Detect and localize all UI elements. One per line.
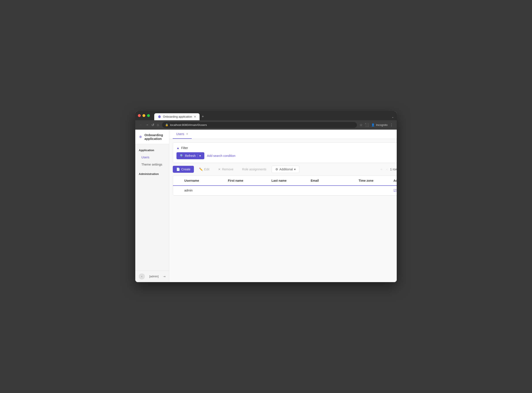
filter-title: Filter <box>181 146 188 150</box>
additional-button[interactable]: ⚙ Additional ▾ <box>272 166 300 173</box>
forward-btn[interactable]: → <box>145 123 149 127</box>
active-checkbox-icon: ☑ <box>394 188 396 193</box>
sidebar-collapse-btn[interactable]: ‹ <box>139 273 145 280</box>
lock-icon: 🔒 <box>165 123 168 126</box>
browser-tab-title: Onboarding application <box>163 115 192 118</box>
reload-btn[interactable]: ↺ <box>151 123 155 128</box>
refresh-dropdown-btn[interactable]: ▾ <box>197 154 201 157</box>
sidebar-footer: ‹ [admin] ⇥ <box>135 270 169 282</box>
refresh-button[interactable]: 🔍 Refresh ▾ <box>177 152 204 159</box>
add-search-label: Add search condition <box>207 154 236 157</box>
sidebar: Onboarding application Application Users… <box>135 130 169 282</box>
additional-dropdown-icon: ▾ <box>294 167 296 171</box>
remove-button[interactable]: ✕ Remove <box>215 166 237 173</box>
app-container: Onboarding application Application Users… <box>135 130 397 282</box>
row-checkbox <box>173 186 182 195</box>
filter-panel: ▲ Filter 🔍 Refresh ▾ Add search conditio… <box>173 142 397 163</box>
edit-label: Edit <box>204 167 209 171</box>
nav-buttons: ← → ↺ ⌂ <box>139 123 159 128</box>
incognito-text: Incognito <box>376 123 388 127</box>
sidebar-label-users: Users <box>141 156 149 159</box>
tab-favicon-icon <box>158 115 161 118</box>
create-label: Create <box>181 167 190 171</box>
address-actions: ☆ ⬛ 👤 Incognito ⋮ <box>360 123 393 127</box>
app-name: Onboarding application <box>144 133 166 141</box>
row-email <box>308 186 356 195</box>
table-header: Username First name Last name Email Time… <box>173 176 397 186</box>
first-page-btn[interactable]: « <box>379 167 384 172</box>
refresh-label: Refresh <box>185 154 196 157</box>
row-active: ☑ <box>391 186 397 195</box>
sidebar-item-users[interactable]: Users <box>136 154 168 161</box>
additional-label: Additional <box>280 167 293 171</box>
remove-icon: ✕ <box>218 167 221 171</box>
add-search-condition-link[interactable]: Add search condition <box>207 154 236 157</box>
toolbar: 📄 Create ✏️ Edit ✕ Remove Role assignmen… <box>173 166 397 173</box>
close-window-btn[interactable] <box>138 114 141 117</box>
chrome-bar: Onboarding application ✕ + ⌄ <box>135 111 397 120</box>
row-firstname <box>225 186 269 195</box>
table-row[interactable]: admin ☑ <box>173 186 397 195</box>
settings-icon: ⚙ <box>275 167 278 171</box>
row-username: admin <box>182 186 225 195</box>
collapse-icon: ‹ <box>141 275 142 278</box>
incognito-label: 👤 Incognito <box>371 123 388 127</box>
table-col-lastname: Last name <box>269 176 308 185</box>
tab-overflow-btn[interactable]: ⌄ <box>391 115 394 118</box>
pagination-area: « ‹ 1 row › » <box>379 167 397 172</box>
row-timezone <box>356 186 391 195</box>
table-col-username: Username <box>182 176 225 185</box>
back-btn[interactable]: ← <box>139 123 143 127</box>
close-tab-users-btn[interactable]: ✕ <box>186 133 188 136</box>
row-lastname <box>269 186 308 195</box>
chrome-menu-icon[interactable]: ⋮ <box>390 123 393 127</box>
sidebar-item-theme-settings[interactable]: Theme settings <box>136 161 168 168</box>
sidebar-logo: Onboarding application <box>135 130 169 144</box>
row-count-label: 1 row <box>390 167 397 171</box>
role-assignments-label: Role assignments <box>242 167 266 171</box>
content-area: ▲ Filter 🔍 Refresh ▾ Add search conditio… <box>169 139 397 282</box>
incognito-icon: 👤 <box>371 123 375 127</box>
edit-icon: ✏️ <box>199 167 203 171</box>
sidebar-toggle-icon[interactable]: ⬛ <box>365 123 369 127</box>
sidebar-section-administration: Administration <box>135 172 169 177</box>
chrome-tabs: Onboarding application ✕ + <box>154 113 391 120</box>
url-text: localhost:8080/#main/0/users <box>170 123 207 127</box>
app-logo-icon <box>139 134 142 140</box>
filter-collapse-icon[interactable]: ▲ <box>177 146 179 150</box>
sidebar-user-label: [admin] <box>147 275 161 278</box>
close-tab-btn[interactable]: ✕ <box>194 115 196 118</box>
tab-users-label: Users <box>176 132 184 136</box>
table-col-timezone: Time zone <box>356 176 391 185</box>
minimize-window-btn[interactable] <box>143 114 145 117</box>
table-col-checkbox <box>173 176 182 185</box>
create-icon: 📄 <box>176 167 180 171</box>
sidebar-nav: Application Users Theme settings Adminis… <box>135 144 169 270</box>
table-col-email: Email <box>308 176 356 185</box>
remove-label: Remove <box>222 167 233 171</box>
filter-actions: 🔍 Refresh ▾ Add search condition ⚙ <box>177 152 397 159</box>
prev-page-btn[interactable]: ‹ <box>385 167 389 172</box>
create-button[interactable]: 📄 Create <box>173 166 194 173</box>
browser-tab-active[interactable]: Onboarding application ✕ <box>154 113 200 120</box>
sidebar-section-application: Application <box>135 148 169 154</box>
home-btn[interactable]: ⌂ <box>156 123 159 127</box>
table-col-firstname: First name <box>225 176 269 185</box>
bookmark-icon[interactable]: ☆ <box>360 123 363 127</box>
content-tabs: Users ✕ <box>169 130 397 139</box>
address-input[interactable]: 🔒 localhost:8080/#main/0/users <box>162 122 357 128</box>
main-content: Users ✕ ▲ Filter 🔍 Refresh <box>169 130 397 282</box>
filter-header: ▲ Filter <box>177 146 397 150</box>
edit-button[interactable]: ✏️ Edit <box>196 166 213 173</box>
tab-users[interactable]: Users ✕ <box>173 130 192 139</box>
address-bar: ← → ↺ ⌂ 🔒 localhost:8080/#main/0/users ☆… <box>135 120 397 130</box>
maximize-window-btn[interactable] <box>147 114 150 117</box>
table-col-active: Active <box>391 176 397 185</box>
browser-window: Onboarding application ✕ + ⌄ ← → ↺ ⌂ 🔒 l… <box>135 111 397 282</box>
sidebar-logout-btn[interactable]: ⇥ <box>163 275 166 278</box>
data-table: Username First name Last name Email Time… <box>173 176 397 196</box>
role-assignments-button[interactable]: Role assignments <box>239 166 270 173</box>
sidebar-label-theme-settings: Theme settings <box>141 163 162 166</box>
search-icon: 🔍 <box>180 154 184 157</box>
new-tab-btn[interactable]: + <box>200 113 206 120</box>
